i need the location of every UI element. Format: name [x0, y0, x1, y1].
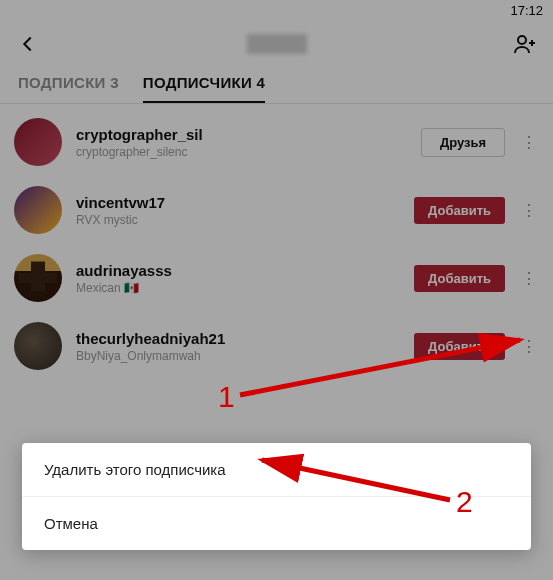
more-icon[interactable]: ⋮: [519, 201, 539, 220]
username: vincentvw17: [76, 194, 400, 211]
tab-subscriptions[interactable]: ПОДПИСКИ 3: [18, 74, 119, 103]
add-button[interactable]: Добавить: [414, 265, 505, 292]
more-icon[interactable]: ⋮: [519, 269, 539, 288]
list-item[interactable]: audrinayasss Mexican 🇲🇽 Добавить ⋮: [0, 244, 553, 312]
clock: 17:12: [510, 3, 543, 18]
user-info: cryptographer_sil cryptographer_silenc: [76, 126, 407, 159]
action-sheet: Удалить этого подписчика Отмена: [22, 443, 531, 550]
user-info: thecurlyheadniyah21 BbyNiya_Onlymamwah: [76, 330, 400, 363]
friends-button[interactable]: Друзья: [421, 128, 505, 157]
tab-count: 3: [110, 74, 119, 91]
username: thecurlyheadniyah21: [76, 330, 400, 347]
screen: 17:12 ПОДПИСКИ 3 ПОДПИСЧИКИ 4 cryptograp…: [0, 0, 553, 580]
followers-list: cryptographer_sil cryptographer_silenc Д…: [0, 104, 553, 380]
tab-label: ПОДПИСКИ: [18, 74, 106, 91]
username: cryptographer_sil: [76, 126, 407, 143]
username: audrinayasss: [76, 262, 400, 279]
user-info: vincentvw17 RVX mystic: [76, 194, 400, 227]
list-item[interactable]: thecurlyheadniyah21 BbyNiya_Onlymamwah Д…: [0, 312, 553, 380]
display-name: BbyNiya_Onlymamwah: [76, 349, 400, 363]
tab-count: 4: [256, 74, 265, 91]
tab-label: ПОДПИСЧИКИ: [143, 74, 252, 91]
avatar[interactable]: [14, 186, 62, 234]
profile-title-redacted: [247, 34, 307, 54]
more-icon[interactable]: ⋮: [519, 337, 539, 356]
add-button[interactable]: Добавить: [414, 333, 505, 360]
avatar[interactable]: [14, 254, 62, 302]
annotation-step-1: 1: [218, 380, 235, 414]
avatar[interactable]: [14, 322, 62, 370]
display-name: Mexican 🇲🇽: [76, 281, 400, 295]
add-friend-icon[interactable]: [511, 30, 539, 58]
back-icon[interactable]: [14, 30, 42, 58]
svg-point-0: [518, 36, 526, 44]
list-item[interactable]: cryptographer_sil cryptographer_silenc Д…: [0, 108, 553, 176]
display-name: RVX mystic: [76, 213, 400, 227]
status-bar: 17:12: [0, 0, 553, 20]
remove-follower-option[interactable]: Удалить этого подписчика: [22, 443, 531, 496]
top-bar: [0, 20, 553, 68]
cancel-option[interactable]: Отмена: [22, 496, 531, 550]
tab-followers[interactable]: ПОДПИСЧИКИ 4: [143, 74, 265, 103]
add-button[interactable]: Добавить: [414, 197, 505, 224]
list-item[interactable]: vincentvw17 RVX mystic Добавить ⋮: [0, 176, 553, 244]
user-info: audrinayasss Mexican 🇲🇽: [76, 262, 400, 295]
tabs: ПОДПИСКИ 3 ПОДПИСЧИКИ 4: [0, 68, 553, 104]
more-icon[interactable]: ⋮: [519, 133, 539, 152]
display-name: cryptographer_silenc: [76, 145, 407, 159]
avatar[interactable]: [14, 118, 62, 166]
